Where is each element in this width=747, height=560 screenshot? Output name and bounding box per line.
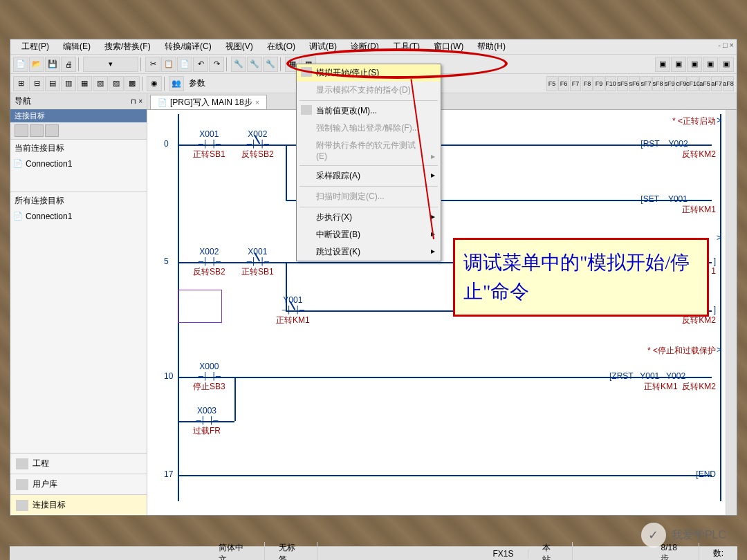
continue-marker: > [717,345,721,355]
fn-key[interactable]: aF8 [723,76,734,91]
tool-icon[interactable]: 🔧 [247,57,262,72]
undo-icon[interactable]: ↶ [193,57,208,72]
ld-icon[interactable]: ⊟ [29,76,44,91]
fn-key[interactable]: F8 [582,76,593,91]
contact-no[interactable]: X002 —| |— 反转SB2 [193,247,225,278]
print-icon[interactable]: 🖨 [61,57,76,72]
scrollbar-vertical[interactable] [726,110,737,515]
nav-bottom-tabs: 工程 用户库 连接目标 [10,453,147,515]
menu-item[interactable]: 跳过设置(K)▸ [297,243,441,261]
menu-project[interactable]: 工程(P) [15,39,56,54]
nav-tab-conntarget[interactable]: 连接目标 [10,494,147,515]
tool-icon[interactable]: ▣ [719,57,734,72]
fn-key[interactable]: cF9 [676,76,687,91]
menu-help[interactable]: 帮助(H) [470,39,513,54]
watermark-text: 我爱学PLC [672,528,726,543]
fn-key[interactable]: F10 [605,76,616,91]
status-plc: FX1S [479,549,528,559]
ld-icon[interactable]: ▥ [61,76,76,91]
nav-view-icon[interactable] [15,124,28,137]
menu-online[interactable]: 在线(O) [260,39,302,54]
tool-icon[interactable]: 🔧 [263,57,278,72]
ld-icon[interactable]: ◉ [147,76,162,91]
fn-key[interactable]: F7 [570,76,581,91]
open-icon[interactable]: 📂 [29,57,44,72]
contact-no[interactable]: X000 —| |— 停止SB3 [193,362,225,393]
output-set[interactable]: [SET Y001 正转KM1 [640,194,716,216]
status-lang: 简体中文 [205,542,265,561]
nav-tab-project[interactable]: 工程 [10,453,147,474]
menu-item[interactable]: 中断设置(B)▸ [297,226,441,243]
fn-key[interactable]: F5 [546,76,557,91]
pin-icon[interactable]: ⊓ × [131,97,142,105]
menu-edit[interactable]: 编辑(E) [56,39,98,54]
editor-tab[interactable]: 📄 [PRG]写入 MAIN 18步 × [150,95,267,109]
fn-key[interactable]: F6 [558,76,569,91]
cut-icon[interactable]: ✂ [145,57,160,72]
ld-icon[interactable]: ▦ [77,76,92,91]
menu-item[interactable]: 当前值更改(M)... [297,102,441,120]
tool-icon[interactable]: ▣ [703,57,718,72]
contact-no[interactable]: X001 —| |— 正转SB1 [193,129,225,160]
menu-item[interactable]: 采样跟踪(A)▸ [297,167,441,185]
fn-key[interactable]: sF9 [664,76,675,91]
tool-icon[interactable]: ▣ [687,57,702,72]
menu-convert[interactable]: 转换/编译(C) [158,39,219,54]
output-coil[interactable]: ]1 [711,256,716,276]
fn-key[interactable]: aF7 [711,76,722,91]
selection-cursor [178,290,222,323]
menu-diagnose[interactable]: 诊断(D) [344,39,386,54]
nav-connection-item[interactable]: Connection1 [10,157,147,171]
ld-icon[interactable]: ▨ [109,76,124,91]
menu-tools[interactable]: 工具(T) [386,39,427,54]
contact-no[interactable]: X003 —| |— 过载FR [193,406,221,437]
contact-nc[interactable]: X002 —| |— 反转SB2 [241,129,274,160]
nav-tab-strip[interactable]: 连接目标 [10,109,147,122]
menu-item-label: 当前值更改(M)... [316,106,377,115]
menu-view[interactable]: 视图(V) [219,39,260,54]
fn-key[interactable]: sF6 [629,76,640,91]
redo-icon[interactable]: ↷ [209,57,224,72]
separator [140,57,143,71]
nav-view-icon[interactable] [30,124,44,137]
tool-icon[interactable]: ▣ [655,57,670,72]
ld-icon[interactable]: ▩ [124,76,140,91]
output-zrst[interactable]: [ZRST Y001 Y002 正转KM1 反转KM2 [609,371,716,393]
contact-nc[interactable]: X001 —| |— 正转SB1 [241,247,274,278]
fn-key[interactable]: cF10 [688,76,699,91]
new-icon[interactable]: 📄 [13,57,28,72]
fn-key[interactable]: sF8 [652,76,663,91]
copy-icon[interactable]: 📋 [161,57,176,72]
menu-item[interactable]: 模拟开始/停止(S) [297,64,441,82]
fn-key[interactable]: sF7 [640,76,652,91]
ld-icon[interactable]: ▤ [45,76,60,91]
output-rst[interactable]: [RST Y002 反转KM2 [640,139,716,160]
fn-key[interactable]: F9 [593,76,605,91]
window-controls[interactable]: - □ × [718,41,734,49]
fn-key[interactable]: sF5 [617,76,628,91]
close-icon[interactable]: × [255,98,259,106]
menu-item-label: 扫描时间测定(C)... [316,192,385,201]
dropdown-toolbar[interactable]: ▾ [83,57,138,72]
contact-nc[interactable]: Y001 —| |— 正转KM1 [276,295,310,326]
menu-search[interactable]: 搜索/替换(F) [98,39,158,54]
menu-bar: 工程(P) 编辑(E) 搜索/替换(F) 转换/编译(C) 视图(V) 在线(O… [10,39,737,55]
menu-window[interactable]: 窗口(W) [427,39,470,54]
nav-connection-item[interactable]: Connection1 [10,209,147,223]
menu-item[interactable]: 步执行(X)▸ [297,209,441,226]
right-rail [720,114,721,501]
ld-icon[interactable]: 👥 [169,76,184,91]
tool-icon[interactable]: ▣ [671,57,686,72]
menu-debug[interactable]: 调试(B) [302,39,344,54]
output-end[interactable]: [END [696,469,716,479]
paste-icon[interactable]: 📄 [177,57,192,72]
nav-section-current: 当前连接目标 [10,139,147,157]
fn-key[interactable]: aF5 [699,76,710,91]
nav-view-icon[interactable] [45,124,59,137]
nav-tab-userlib[interactable]: 用户库 [10,474,147,494]
userlib-icon [16,479,28,490]
tool-icon[interactable]: 🔧 [231,57,246,72]
save-icon[interactable]: 💾 [45,57,60,72]
ld-icon[interactable]: ▧ [93,76,108,91]
ld-icon[interactable]: ⊞ [13,76,28,91]
